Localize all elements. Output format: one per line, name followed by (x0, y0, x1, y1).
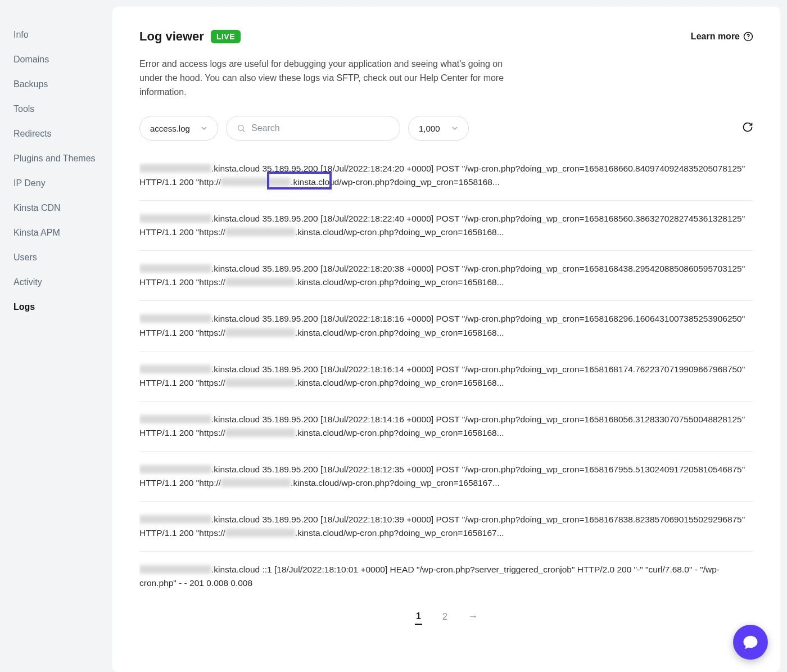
log-text: .kinsta.cloud/wp-cron.php?doing_wp_cron=… (295, 277, 504, 287)
log-text: .kinsta.cloud/wp-cron.php?doing_wp_cron=… (291, 177, 500, 187)
redacted-host (225, 429, 295, 437)
chevron-down-icon (451, 125, 458, 132)
sidebar: InfoDomainsBackupsToolsRedirectsPlugins … (0, 0, 112, 672)
log-text: .kinsta.cloud/wp-cron.php?doing_wp_cron=… (295, 528, 504, 538)
page-next[interactable]: → (468, 611, 478, 623)
chevron-down-icon (201, 125, 207, 132)
log-entry[interactable]: .kinsta.cloud ::1 [18/Jul/2022:18:10:01 … (139, 551, 753, 601)
sidebar-item-activity[interactable]: Activity (13, 270, 112, 295)
log-text: .kinsta.cloud ::1 [18/Jul/2022:18:10:01 … (139, 565, 720, 588)
log-text: .kinsta.cloud/wp-cron.php?doing_wp_cron=… (295, 227, 504, 237)
redacted-host (139, 415, 211, 423)
refresh-icon (742, 121, 753, 133)
sidebar-item-logs[interactable]: Logs (13, 295, 112, 319)
redacted-host (139, 515, 211, 524)
log-entry[interactable]: .kinsta.cloud 35.189.95.200 [18/Jul/2022… (139, 351, 753, 401)
description-text: Error and access logs are useful for deb… (139, 57, 510, 99)
sidebar-item-kinsta-apm[interactable]: Kinsta APM (13, 220, 112, 245)
page-current: 1 (415, 609, 422, 625)
redacted-host (225, 328, 295, 337)
redacted-host (225, 228, 295, 236)
controls-row: access.log 1,000 (139, 116, 753, 141)
search-box[interactable] (226, 116, 400, 141)
sidebar-item-plugins-and-themes[interactable]: Plugins and Themes (13, 146, 112, 171)
limit-value: 1,000 (419, 124, 440, 133)
redacted-host (221, 178, 291, 186)
redacted-host (139, 264, 211, 273)
live-badge: LIVE (211, 30, 241, 43)
redacted-host (225, 529, 295, 537)
redacted-host (225, 278, 295, 286)
log-text: .kinsta.cloud/wp-cron.php?doing_wp_cron=… (295, 428, 504, 438)
redacted-host (225, 378, 295, 387)
redacted-host (139, 565, 211, 574)
chat-icon (742, 634, 759, 651)
redacted-host (139, 465, 211, 473)
refresh-button[interactable] (742, 121, 753, 135)
log-text: .kinsta.cloud/wp-cron.php?doing_wp_cron=… (295, 378, 504, 387)
log-file-select[interactable]: access.log (139, 116, 218, 141)
sidebar-item-kinsta-cdn[interactable]: Kinsta CDN (13, 196, 112, 220)
sidebar-item-ip-deny[interactable]: IP Deny (13, 171, 112, 196)
log-text: .kinsta.cloud/wp-cron.php?doing_wp_cron=… (291, 478, 500, 488)
main-panel: Log viewer LIVE Learn more Error and acc… (112, 7, 780, 672)
log-entry[interactable]: .kinsta.cloud 35.189.95.200 [18/Jul/2022… (139, 200, 753, 250)
log-entry[interactable]: .kinsta.cloud 35.189.95.200 [18/Jul/2022… (139, 162, 753, 200)
redacted-host (139, 314, 211, 323)
log-text: .kinsta.cloud/wp-cron.php?doing_wp_cron=… (295, 328, 504, 337)
redacted-host (139, 164, 211, 173)
page-link-2[interactable]: 2 (442, 612, 447, 622)
learn-more-label: Learn more (691, 31, 740, 42)
svg-point-1 (748, 38, 748, 39)
log-entry[interactable]: .kinsta.cloud 35.189.95.200 [18/Jul/2022… (139, 451, 753, 501)
log-entry[interactable]: .kinsta.cloud 35.189.95.200 [18/Jul/2022… (139, 250, 753, 300)
log-list: .kinsta.cloud 35.189.95.200 [18/Jul/2022… (139, 162, 753, 601)
pagination: 1 2 → (139, 609, 753, 625)
log-file-value: access.log (150, 124, 190, 133)
sidebar-item-users[interactable]: Users (13, 245, 112, 270)
redacted-host (139, 365, 211, 373)
log-entry[interactable]: .kinsta.cloud 35.189.95.200 [18/Jul/2022… (139, 401, 753, 451)
limit-select[interactable]: 1,000 (408, 116, 469, 141)
help-icon (743, 31, 753, 42)
search-input[interactable] (251, 123, 390, 133)
log-entry[interactable]: .kinsta.cloud 35.189.95.200 [18/Jul/2022… (139, 300, 753, 350)
redacted-host (139, 214, 211, 223)
sidebar-item-backups[interactable]: Backups (13, 72, 112, 97)
page-title: Log viewer (139, 29, 204, 44)
svg-point-2 (238, 125, 243, 130)
search-icon (237, 124, 246, 133)
log-entry[interactable]: .kinsta.cloud 35.189.95.200 [18/Jul/2022… (139, 501, 753, 551)
sidebar-item-info[interactable]: Info (13, 22, 112, 47)
sidebar-item-tools[interactable]: Tools (13, 97, 112, 121)
chat-widget[interactable] (733, 625, 768, 660)
svg-line-3 (243, 130, 245, 132)
redacted-host (221, 479, 291, 487)
sidebar-item-redirects[interactable]: Redirects (13, 121, 112, 146)
sidebar-item-domains[interactable]: Domains (13, 47, 112, 72)
learn-more-link[interactable]: Learn more (691, 31, 753, 42)
